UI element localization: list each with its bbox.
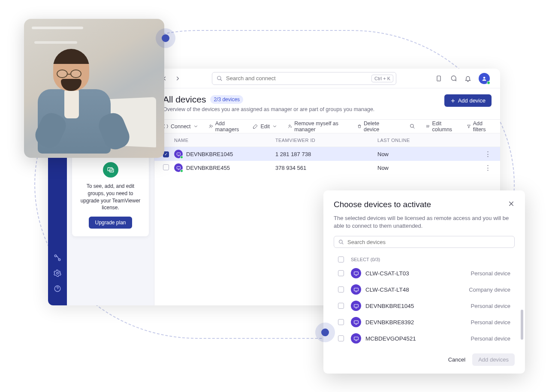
- edit-columns-action[interactable]: Edit columns: [425, 121, 456, 133]
- modal-device-row[interactable]: CLW-CSAT-LT48Company device: [334, 281, 515, 298]
- add-filters-action[interactable]: Add filters: [467, 121, 492, 133]
- device-icon: [174, 150, 183, 158]
- option-name: CLW-CSAT-LT48: [365, 286, 409, 293]
- device-tvid: 1 281 187 738: [275, 151, 377, 157]
- chevron-down-icon: [193, 124, 199, 129]
- svg-point-3: [57, 272, 59, 274]
- hero-photo: [24, 19, 164, 158]
- chat-icon[interactable]: [449, 75, 457, 82]
- svg-point-11: [289, 125, 290, 126]
- page-title: All devices: [163, 94, 206, 105]
- forward-button[interactable]: [173, 74, 182, 83]
- page-subtitle: Overview of the devices you are assigned…: [163, 106, 444, 112]
- modal-device-row[interactable]: DEVNBKBRE1045Personal device: [334, 298, 515, 314]
- plus-icon: [450, 98, 455, 103]
- device-table-body: DEVNBKBRE10451 281 187 738Now⋮DEVNBKBRE4…: [154, 147, 500, 175]
- device-last-online: Now: [377, 165, 483, 171]
- device-count-badge: 2/3 devices: [210, 95, 243, 104]
- device-icon: [351, 333, 361, 344]
- svg-rect-14: [177, 166, 180, 169]
- option-name: DEVNBKBRE1045: [365, 303, 414, 309]
- edit-action[interactable]: Edit: [253, 124, 278, 130]
- option-checkbox[interactable]: [338, 335, 344, 341]
- search-icon: [217, 75, 223, 81]
- svg-rect-17: [354, 288, 358, 291]
- add-devices-button[interactable]: Add devices: [472, 353, 515, 366]
- user-icon: [481, 75, 487, 81]
- svg-rect-13: [177, 153, 180, 155]
- status-online-dot: [487, 81, 490, 84]
- option-type: Company device: [469, 286, 510, 293]
- device-icon: [174, 163, 183, 172]
- svg-rect-19: [354, 321, 358, 324]
- option-type: Personal device: [471, 319, 511, 326]
- bell-icon[interactable]: [464, 75, 472, 82]
- row-menu-icon[interactable]: ⋮: [483, 150, 492, 159]
- option-checkbox[interactable]: [338, 286, 344, 292]
- device-last-online: Now: [377, 151, 483, 157]
- search-bar[interactable]: Ctrl + K: [212, 72, 396, 85]
- search-input[interactable]: [226, 75, 368, 81]
- select-all-checkbox[interactable]: [338, 256, 344, 262]
- modal-description: The selected devices will be licensed as…: [334, 214, 515, 230]
- upsell-card: To see, add, and edit groups, you need t…: [72, 154, 149, 236]
- option-checkbox[interactable]: [338, 319, 344, 325]
- svg-rect-18: [354, 305, 358, 308]
- column-name[interactable]: NAME: [174, 138, 275, 143]
- add-managers-action[interactable]: Add managers: [209, 121, 243, 133]
- svg-point-12: [410, 124, 414, 128]
- svg-point-7: [217, 76, 221, 79]
- modal-title: Choose devices to activate: [334, 200, 508, 209]
- select-count-label: SELECT (0/3): [351, 257, 380, 262]
- svg-point-15: [339, 240, 343, 244]
- add-device-button[interactable]: Add device: [444, 94, 492, 107]
- close-icon[interactable]: [508, 200, 515, 209]
- add-device-label: Add device: [458, 97, 486, 104]
- device-name: DEVNBKBRE455: [186, 165, 230, 171]
- upsell-text: To see, add, and edit groups, you need t…: [78, 183, 143, 211]
- option-type: Personal device: [471, 270, 511, 277]
- action-toolbar: Connect Add managers Edit Remove myself …: [154, 120, 500, 133]
- column-last-online[interactable]: LAST ONLINE: [377, 138, 483, 143]
- search-icon: [338, 239, 344, 245]
- option-checkbox[interactable]: [338, 270, 344, 276]
- table-header: NAME TEAMVIEWER ID LAST ONLINE: [154, 133, 500, 147]
- modal-device-row[interactable]: CLW-CSAT-LT03Personal device: [334, 265, 515, 281]
- table-search-icon[interactable]: [410, 124, 415, 129]
- upgrade-icon: [103, 162, 118, 178]
- activate-devices-modal: Choose devices to activate The selected …: [323, 190, 525, 374]
- option-name: CLW-CSAT-LT03: [365, 270, 409, 277]
- column-tvid[interactable]: TEAMVIEWER ID: [275, 138, 377, 143]
- option-name: MCBDEVGOP4521: [365, 335, 416, 342]
- svg-point-9: [483, 76, 486, 78]
- cancel-button[interactable]: Cancel: [448, 356, 465, 363]
- modal-scrollbar[interactable]: [521, 310, 523, 340]
- row-menu-icon[interactable]: ⋮: [483, 163, 492, 172]
- modal-device-row[interactable]: DEVNBKBRE8392Personal device: [334, 314, 515, 330]
- option-type: Personal device: [471, 335, 511, 342]
- table-row[interactable]: DEVNBKBRE10451 281 187 738Now⋮: [154, 147, 500, 161]
- row-checkbox[interactable]: [163, 164, 169, 170]
- connect-action[interactable]: Connect: [163, 124, 199, 130]
- device-status-icon[interactable]: [435, 75, 443, 82]
- svg-rect-20: [354, 337, 358, 340]
- option-checkbox[interactable]: [338, 303, 344, 309]
- nav-settings-icon[interactable]: [54, 269, 61, 277]
- modal-search-input[interactable]: [347, 239, 510, 245]
- modal-search[interactable]: [334, 236, 515, 248]
- nav-workflows-icon[interactable]: [54, 254, 61, 262]
- nav-help-icon[interactable]: [54, 285, 61, 292]
- upgrade-plan-button[interactable]: Upgrade plan: [89, 217, 132, 229]
- option-type: Personal device: [471, 303, 511, 309]
- option-name: DEVNBKBRE8392: [365, 319, 414, 326]
- avatar[interactable]: [479, 73, 490, 84]
- device-icon: [351, 301, 361, 311]
- modal-device-row[interactable]: MCBDEVGOP4521Personal device: [334, 330, 515, 347]
- remove-self-action[interactable]: Remove myself as manager: [288, 121, 347, 133]
- device-tvid: 378 934 561: [275, 165, 377, 171]
- svg-rect-5: [108, 168, 112, 171]
- svg-point-10: [210, 125, 211, 126]
- delete-action[interactable]: Delete device: [357, 121, 389, 133]
- chevron-down-icon: [272, 124, 278, 129]
- table-row[interactable]: DEVNBKBRE455378 934 561Now⋮: [154, 161, 500, 175]
